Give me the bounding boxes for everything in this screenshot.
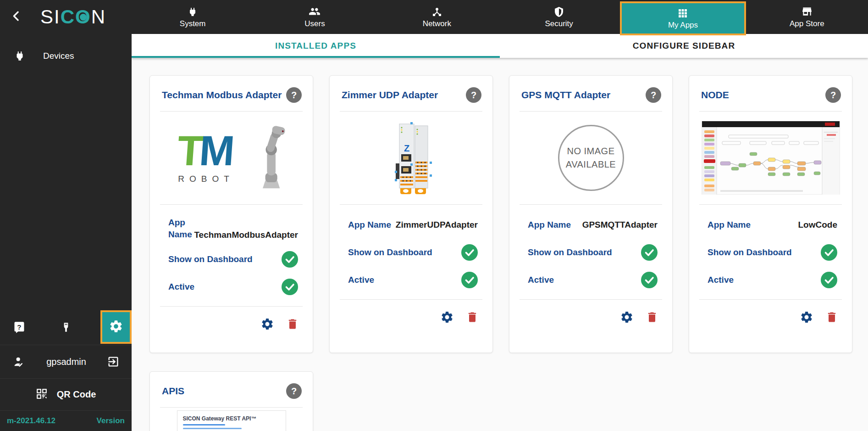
logo-link-dot (80, 14, 87, 21)
app-card-zimmer: Zimmer UDP Adapter ? Z (329, 75, 493, 353)
trash-icon[interactable] (286, 318, 299, 330)
active-label: Active (708, 274, 734, 286)
plug-icon (14, 50, 26, 62)
installed-apps-grid: Techman Modbus Adapter ? TM ROBOT (132, 58, 868, 431)
help-icon[interactable]: ? (825, 87, 841, 103)
check-icon[interactable] (461, 244, 478, 261)
app-name-value: ZimmerUDPAdapter (396, 220, 478, 230)
nav-item-network[interactable]: Network (376, 0, 498, 34)
users-icon (309, 6, 321, 17)
svg-text:Z: Z (404, 143, 409, 153)
settings-gear-icon[interactable] (800, 310, 813, 324)
app-name-label: App Name (708, 219, 751, 231)
no-image-line2: AVAILABLE (566, 158, 616, 171)
sidebar-qr-row[interactable]: QR Code (0, 379, 132, 411)
svg-text:?: ? (17, 323, 21, 331)
help-icon[interactable]: ? (466, 87, 481, 103)
card-title: Zimmer UDP Adapter (342, 90, 438, 101)
app-card-apis: APIS ? SICON Gateway REST API™ (149, 371, 313, 431)
sidebar-tools: ? (0, 310, 132, 345)
help-icon[interactable]: ? (646, 87, 661, 103)
tm-logo-m: M (198, 127, 233, 174)
app-image-node-red-screenshot (689, 112, 852, 204)
card-title: NODE (701, 90, 729, 101)
sidebar-header: SICON (0, 0, 132, 34)
app-name-label: App Name (348, 219, 391, 231)
card-title: Techman Modbus Adapter (162, 90, 282, 101)
sidebar-item-devices[interactable]: Devices (0, 43, 132, 69)
logo-letter: S (40, 6, 54, 28)
check-icon[interactable] (461, 272, 478, 288)
version-value: m-2021.46.12 (7, 416, 55, 425)
app-name-value: TechmanModbusAdapter (194, 230, 298, 240)
trash-icon[interactable] (466, 311, 479, 324)
check-icon[interactable] (282, 251, 298, 268)
app-image-no-image: NO IMAGE AVAILABLE (509, 112, 672, 204)
tab-configure-sidebar[interactable]: CONFIGURE SIDEBAR (500, 34, 868, 58)
trash-icon[interactable] (825, 311, 838, 324)
help-bubble-icon[interactable]: ? (13, 321, 26, 334)
trash-icon[interactable] (646, 311, 658, 324)
rest-api-doc-title: SICON Gateway REST API™ (183, 415, 280, 422)
app-name-label: App Name (168, 217, 194, 240)
nav-item-security[interactable]: Security (498, 0, 620, 34)
tab-installed-apps[interactable]: INSTALLED APPS (132, 34, 500, 58)
help-icon[interactable]: ? (286, 87, 302, 103)
tab-label: INSTALLED APPS (275, 41, 356, 51)
tm-logo-t: T (176, 127, 201, 174)
sidebar-settings-button[interactable] (100, 310, 132, 344)
logo-letter: C (61, 6, 75, 28)
settings-gear-icon[interactable] (620, 310, 634, 324)
sidebar-user-row: gpsadmin (0, 345, 132, 379)
storefront-icon (801, 6, 813, 17)
logo-letter: I (54, 6, 61, 28)
apps-grid-icon (677, 7, 688, 19)
active-label: Active (168, 281, 194, 293)
nav-label: App Store (790, 19, 824, 28)
sidebar-spacer (0, 69, 132, 310)
network-hub-icon (431, 6, 442, 17)
check-icon[interactable] (282, 279, 298, 295)
settings-gear-icon[interactable] (260, 317, 274, 331)
qr-label: QR Code (57, 389, 96, 400)
logout-icon[interactable] (107, 355, 120, 368)
card-title: GPS MQTT Adapter (521, 90, 610, 101)
app-card-node: NODE ? (689, 75, 852, 353)
sidebar-item-label: Devices (43, 51, 74, 61)
nav-item-users[interactable]: Users (254, 0, 376, 34)
check-icon[interactable] (641, 244, 658, 261)
usb-icon[interactable] (60, 321, 73, 333)
app-name-value: LowCode (798, 220, 838, 230)
logo-letter: N (91, 6, 106, 28)
nav-item-my-apps[interactable]: My Apps (620, 1, 746, 35)
version-label: Version (97, 416, 125, 425)
app-card-techman: Techman Modbus Adapter ? TM ROBOT (149, 75, 313, 353)
app-image-zimmer: Z (330, 112, 492, 204)
show-on-dashboard-label: Show on Dashboard (168, 253, 253, 265)
check-icon[interactable] (821, 244, 837, 261)
no-image-placeholder: NO IMAGE AVAILABLE (558, 125, 624, 191)
show-on-dashboard-label: Show on Dashboard (708, 246, 792, 258)
check-icon[interactable] (641, 272, 658, 288)
no-image-line1: NO IMAGE (567, 145, 614, 158)
sidebar-version-row: m-2021.46.12 Version (0, 411, 132, 431)
active-label: Active (348, 274, 374, 286)
show-on-dashboard-label: Show on Dashboard (528, 246, 612, 258)
shield-icon (553, 6, 564, 17)
nav-item-app-store[interactable]: App Store (746, 0, 868, 34)
username: gpsadmin (26, 357, 107, 367)
app-image-techman: TM ROBOT (150, 112, 313, 204)
rest-api-doc-preview: SICON Gateway REST API™ (177, 410, 286, 431)
settings-gear-icon[interactable] (440, 310, 454, 324)
nav-label: System (180, 19, 206, 28)
app-name-value: GPSMQTTAdapter (582, 220, 658, 230)
nav-item-system[interactable]: System (132, 0, 254, 34)
tm-logo-robot: ROBOT (174, 174, 234, 184)
show-on-dashboard-label: Show on Dashboard (348, 246, 432, 258)
check-icon[interactable] (821, 272, 837, 288)
back-button[interactable] (7, 8, 26, 26)
active-label: Active (528, 274, 554, 286)
top-navigation: System Users Network Security My Apps Ap… (132, 0, 868, 34)
sidebar: SICON Devices ? gpsadmin (0, 0, 132, 431)
help-icon[interactable]: ? (286, 383, 302, 399)
